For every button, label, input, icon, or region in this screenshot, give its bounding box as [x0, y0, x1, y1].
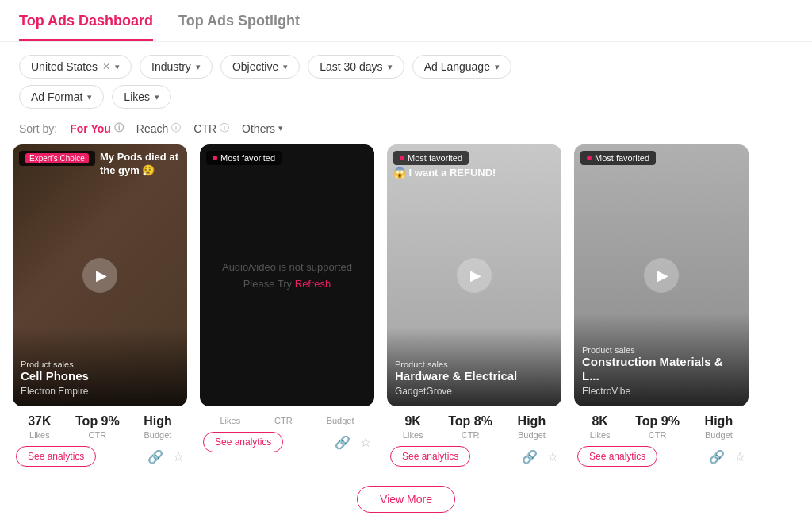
filter-adformat-label: Ad Format — [31, 90, 82, 103]
bookmark-icon[interactable]: ☆ — [173, 449, 184, 464]
analytics-button-1[interactable]: See analytics — [16, 446, 96, 467]
card1-brand: Electron Empire — [21, 386, 179, 397]
filter-daterange[interactable]: Last 30 days ▾ — [308, 55, 404, 79]
badge-label-2: Most favorited — [220, 153, 275, 163]
bookmark-icon[interactable]: ☆ — [734, 449, 745, 464]
card3-budget-stat: High Budget — [518, 414, 546, 440]
card3-budget-label: Budget — [518, 430, 546, 440]
card3-category: Product sales — [395, 360, 553, 369]
play-button-1[interactable]: ▶ — [82, 258, 117, 293]
card1-category: Product sales — [21, 360, 179, 369]
play-button-3[interactable]: ▶ — [457, 258, 492, 293]
filter-objective[interactable]: Objective ▾ — [220, 55, 300, 79]
filter-industry-label: Industry — [151, 60, 191, 73]
card1-caption: My Pods died at the gym 😮‍💨 — [100, 151, 181, 178]
bookmark-icon[interactable]: ☆ — [547, 449, 558, 464]
analytics-button-2[interactable]: See analytics — [203, 432, 283, 452]
card2-likes-label: Likes — [220, 416, 240, 425]
chevron-down-icon: ▾ — [278, 123, 283, 133]
badge-expert-choice: Expert's Choice — [19, 151, 95, 166]
filter-country[interactable]: United States ✕ ▾ — [19, 55, 132, 79]
card4-ctr-label: CTR — [635, 430, 680, 440]
dot-icon — [213, 156, 217, 160]
card3-likes-label: Likes — [403, 430, 423, 440]
card1-budget-stat: High Budget — [144, 414, 172, 440]
video-thumb-3[interactable]: Most favorited 😱 I want a REFUND! ▶ Prod… — [387, 144, 561, 406]
card2-ctr-label: CTR — [274, 416, 293, 425]
card4-category: Product sales — [582, 345, 741, 355]
card4-budget-val: High — [705, 414, 733, 429]
card1-overlay: Product sales Cell Phones Electron Empir… — [13, 328, 187, 406]
filter-bar: United States ✕ ▾ Industry ▾ Objective ▾… — [0, 42, 812, 85]
tab-spotlight[interactable]: Top Ads Spotlight — [178, 13, 300, 41]
analytics-button-4[interactable]: See analytics — [577, 446, 657, 467]
sort-foryou[interactable]: For You ⓘ — [70, 121, 124, 135]
card4-budget-label: Budget — [705, 430, 733, 440]
analytics-button-3[interactable]: See analytics — [390, 446, 470, 467]
link-icon[interactable]: 🔗 — [335, 435, 350, 450]
sort-others[interactable]: Others ▾ — [242, 122, 283, 135]
card3-stats: 9K Likes Top 8% CTR High Budget — [387, 406, 561, 443]
card1-title: Cell Phones — [21, 369, 179, 383]
badge-label-4: Most favorited — [595, 153, 649, 163]
info-icon: ⓘ — [220, 121, 229, 135]
card2-actions: See analytics 🔗 ☆ — [200, 429, 374, 459]
card4-icon-actions: 🔗 ☆ — [709, 449, 745, 464]
card3-overlay: Product sales Hardware & Electrical Gadg… — [387, 328, 561, 406]
card2-ctr-stat: CTR — [274, 414, 293, 425]
ad-cards-container: Expert's Choice My Pods died at the gym … — [0, 144, 812, 473]
card2-budget-stat: Budget — [327, 414, 354, 425]
chevron-down-icon: ▾ — [196, 62, 201, 72]
tab-dashboard[interactable]: Top Ads Dashboard — [19, 13, 153, 41]
chevron-down-icon: ▾ — [495, 62, 500, 72]
card3-ctr-stat: Top 8% CTR — [448, 414, 492, 440]
refresh-link[interactable]: Refresh — [295, 278, 331, 290]
filter-daterange-label: Last 30 days — [320, 60, 382, 73]
sort-reach[interactable]: Reach ⓘ — [136, 121, 181, 135]
ad-card-4: Most favorited ▶ Product sales Construct… — [574, 144, 749, 473]
card1-ctr-label: CTR — [75, 430, 120, 440]
card4-title: Construction Materials & L... — [582, 355, 741, 383]
card3-likes-stat: 9K Likes — [403, 414, 423, 440]
dot-icon — [400, 156, 404, 160]
card3-caption: 😱 I want a REFUND! — [393, 167, 555, 179]
filter-likes[interactable]: Likes ▾ — [112, 85, 171, 109]
card4-likes-label: Likes — [590, 430, 611, 440]
card3-title: Hardware & Electrical — [395, 369, 553, 383]
filter-adlanguage[interactable]: Ad Language ▾ — [412, 55, 511, 79]
card3-ctr-val: Top 8% — [448, 414, 492, 429]
bookmark-icon[interactable]: ☆ — [360, 435, 371, 450]
view-more-button[interactable]: View More — [357, 486, 455, 513]
filter-likes-label: Likes — [124, 90, 150, 103]
info-icon: ⓘ — [171, 121, 181, 135]
play-button-4[interactable]: ▶ — [644, 258, 679, 293]
video-thumb-1[interactable]: Expert's Choice My Pods died at the gym … — [13, 144, 187, 406]
sort-label: Sort by: — [19, 122, 57, 135]
ad-card-1: Expert's Choice My Pods died at the gym … — [13, 144, 187, 473]
video-thumb-4[interactable]: Most favorited ▶ Product sales Construct… — [574, 144, 749, 406]
card3-likes-val: 9K — [403, 414, 423, 429]
card2-icon-actions: 🔗 ☆ — [335, 435, 371, 450]
video-thumb-2[interactable]: Most favorited Audio/video is not suppor… — [200, 144, 374, 406]
card4-overlay: Product sales Construction Materials & L… — [574, 314, 749, 406]
card1-budget-label: Budget — [144, 430, 172, 440]
filter-country-remove[interactable]: ✕ — [102, 61, 110, 72]
filter-industry[interactable]: Industry ▾ — [140, 55, 213, 79]
link-icon[interactable]: 🔗 — [147, 449, 163, 464]
card2-stats: Likes CTR Budget — [200, 406, 374, 429]
sort-ctr[interactable]: CTR ⓘ — [193, 121, 229, 135]
card4-likes-stat: 8K Likes — [590, 414, 611, 440]
unsupported-msg: Audio/video is not supported — [222, 261, 352, 273]
link-icon[interactable]: 🔗 — [709, 449, 725, 464]
card4-stats: 8K Likes Top 9% CTR High Budget — [574, 406, 749, 443]
chevron-down-icon: ▾ — [115, 62, 120, 72]
ad-card-2: Most favorited Audio/video is not suppor… — [200, 144, 374, 473]
card3-budget-val: High — [518, 414, 546, 429]
card1-likes-val: 37K — [28, 414, 51, 429]
unsupported-sub: Please Try Refresh — [243, 278, 331, 290]
view-more-section: View More — [0, 473, 812, 525]
filter-adformat[interactable]: Ad Format ▾ — [19, 85, 104, 109]
link-icon[interactable]: 🔗 — [522, 449, 538, 464]
chevron-down-icon: ▾ — [283, 62, 288, 72]
card4-brand: ElectroVibe — [582, 386, 741, 397]
